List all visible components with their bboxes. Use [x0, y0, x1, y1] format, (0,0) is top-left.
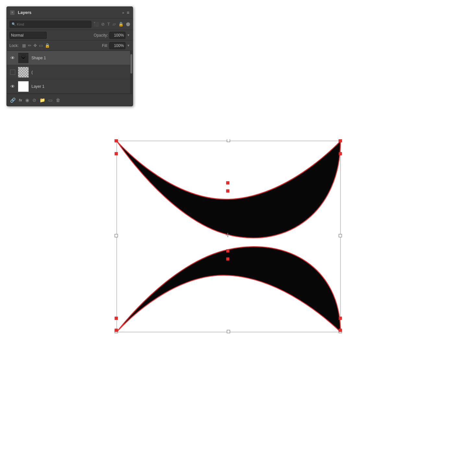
layer-item-shape1[interactable]: 👁 Shape 1 [7, 51, 133, 65]
svg-rect-11 [115, 152, 118, 155]
layers-panel: × Layers » ≡ 🔍 ⬛ ⊘ T ▱ 🔒 [6, 6, 133, 106]
layer-list: 👁 Shape 1 ( [7, 51, 133, 94]
filter-adjustment-icon[interactable]: ⊘ [101, 22, 105, 27]
panel-titlebar: × Layers » ≡ [7, 7, 133, 18]
filter-type-icon[interactable]: T [107, 22, 110, 27]
svg-rect-10 [339, 139, 342, 142]
layer-thumb-shape1 [18, 52, 29, 63]
fill-chevron-icon[interactable]: ▼ [127, 44, 130, 47]
svg-rect-18 [339, 329, 342, 332]
blend-row: Normal Dissolve Darken Multiply Opacity:… [7, 30, 133, 40]
filter-icons: ⬛ ⊘ T ▱ 🔒 [93, 22, 130, 27]
layer-thumb-layer1 [18, 81, 29, 92]
opacity-label: Opacity: [94, 33, 108, 38]
svg-rect-2 [227, 139, 230, 142]
layer-visibility-shape1[interactable]: 👁 [9, 55, 16, 61]
layer-scrollbar[interactable] [130, 51, 133, 94]
svg-rect-19 [226, 249, 229, 252]
search-input[interactable] [17, 22, 36, 26]
panel-title-left: × Layers [10, 10, 31, 15]
shape-canvas: ✛ [110, 139, 347, 334]
fill-section: Fill: ▼ [102, 42, 130, 49]
filter-row: 🔍 ⬛ ⊘ T ▱ 🔒 [7, 18, 133, 30]
link-icon[interactable]: 🔗 [10, 98, 16, 103]
svg-text:✛: ✛ [225, 232, 230, 238]
layer-thumb-paren [18, 67, 29, 78]
eye-icon-shape1: 👁 [10, 55, 15, 61]
svg-rect-17 [115, 329, 118, 332]
panel-close-button[interactable]: × [10, 10, 15, 15]
panel-titlebar-icons: » ≡ [122, 10, 129, 15]
filter-toggle-dot[interactable] [126, 22, 130, 26]
opacity-section: Opacity: ▼ [94, 32, 130, 39]
scrollbar-thumb [130, 54, 132, 74]
layer-name-layer1: Layer 1 [31, 84, 130, 89]
svg-rect-9 [115, 139, 118, 142]
filter-pixel-icon[interactable]: ⬛ [93, 22, 99, 27]
mask-icon[interactable]: ▭ [48, 98, 53, 103]
svg-rect-4 [115, 234, 118, 237]
lock-position-icon[interactable]: ✥ [33, 43, 37, 48]
layer-item-layer1[interactable]: 👁 Layer 1 [7, 79, 133, 94]
lock-pixels-icon[interactable]: ✏ [28, 43, 31, 48]
lock-label: Lock: [9, 43, 19, 48]
opacity-input[interactable] [109, 32, 125, 39]
svg-rect-13 [226, 181, 229, 184]
filter-smart-icon[interactable]: 🔒 [118, 22, 124, 27]
svg-rect-7 [227, 330, 230, 333]
layer-name-shape1: Shape 1 [31, 56, 130, 60]
svg-rect-14 [226, 190, 229, 192]
fill-input[interactable] [109, 42, 125, 49]
search-icon: 🔍 [12, 22, 16, 26]
new-fill-layer-icon[interactable]: ◉ [25, 98, 29, 103]
layer-visibility-paren[interactable] [9, 70, 16, 75]
lock-row: Lock: ▦ ✏ ✥ ▭ 🔒 Fill: ▼ [7, 40, 133, 51]
search-box[interactable]: 🔍 [9, 21, 91, 28]
fx-icon[interactable]: fx [19, 98, 22, 102]
layer-name-paren: ( [31, 70, 130, 75]
svg-rect-20 [226, 258, 229, 260]
svg-rect-12 [339, 152, 342, 155]
panel-menu-button[interactable]: ≡ [127, 10, 129, 15]
svg-rect-16 [339, 317, 342, 320]
panel-title: Layers [18, 10, 31, 15]
lock-all-icon[interactable]: 🔒 [45, 43, 50, 48]
svg-rect-5 [339, 234, 342, 237]
delete-icon[interactable]: 🗑 [56, 98, 60, 103]
panel-collapse-button[interactable]: » [122, 11, 124, 15]
svg-rect-15 [115, 317, 118, 320]
filter-shape-icon[interactable]: ▱ [113, 22, 116, 27]
fill-label: Fill: [102, 43, 108, 48]
lock-artboard-icon[interactable]: ▭ [39, 43, 43, 48]
panel-bottom-bar: 🔗 fx ◉ ⊘ 📁 ▭ 🗑 [7, 94, 133, 106]
layer-visibility-layer1[interactable]: 👁 [9, 84, 16, 89]
no-icon[interactable]: ⊘ [32, 98, 36, 103]
eye-icon-layer1: 👁 [10, 84, 15, 89]
close-icon: × [11, 11, 13, 14]
group-icon[interactable]: 📁 [40, 98, 45, 103]
opacity-chevron-icon[interactable]: ▼ [127, 33, 130, 37]
lock-transparency-icon[interactable]: ▦ [22, 43, 26, 48]
layer-item-paren[interactable]: ( [7, 65, 133, 79]
lock-icons: ▦ ✏ ✥ ▭ 🔒 [22, 43, 50, 48]
blend-mode-select[interactable]: Normal Dissolve Darken Multiply [9, 32, 47, 39]
